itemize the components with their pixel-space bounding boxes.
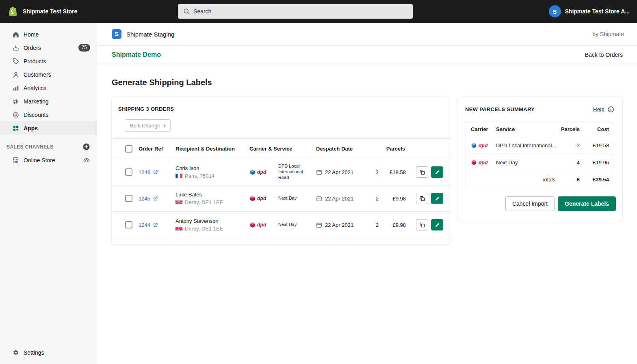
help-link[interactable]: Help <box>593 106 614 113</box>
generate-labels-button[interactable]: Generate Labels <box>558 196 616 211</box>
flag-uk-icon <box>176 226 182 231</box>
chevron-down-icon: ▾ <box>163 123 165 128</box>
column-service: Service <box>496 126 557 132</box>
destination: Derby, DE1 1EE <box>185 199 223 205</box>
back-to-orders-link[interactable]: Back to Orders <box>585 52 623 58</box>
orders-table-header: Order Ref Recipient & Destination Carrie… <box>112 138 450 159</box>
totals-label: Totals <box>496 177 557 183</box>
copy-button[interactable] <box>416 193 428 204</box>
bar-chart-icon <box>12 84 20 92</box>
sidebar-item-settings[interactable]: Settings <box>0 346 97 359</box>
parcel-cost: £9.98 <box>387 222 406 228</box>
recipient-name: Antony Stevenson <box>176 218 249 224</box>
person-icon <box>12 71 20 78</box>
summary-row: dpd Next Day 4 £19.96 <box>466 154 614 171</box>
sidebar-item-label: Customers <box>24 71 51 78</box>
add-sales-channel-button[interactable] <box>82 143 90 151</box>
account-menu[interactable]: S Shipmate Test Store A... <box>549 5 637 17</box>
copy-button[interactable] <box>416 219 428 230</box>
summary-service: Next Day <box>496 159 557 166</box>
search-icon <box>183 8 190 15</box>
order-checkbox[interactable] <box>125 168 132 176</box>
totals-parcels: 6 <box>557 177 580 183</box>
main-content: S Shipmate Staging by Shipmate Shipmate … <box>97 23 637 364</box>
orders-table: Order Ref Recipient & Destination Carrie… <box>112 138 450 238</box>
global-search[interactable] <box>178 4 413 19</box>
sales-channels-header: SALES CHANNELS <box>6 143 90 151</box>
topbar: Shipmate Test Store S Shipmate Test Stor… <box>0 0 637 23</box>
bulk-change-label: Bulk Change <box>130 123 160 129</box>
sidebar-item-orders[interactable]: Orders 75 <box>0 41 97 54</box>
summary-parcels: 4 <box>557 159 580 166</box>
column-carrier: Carrier <box>471 126 496 132</box>
help-label: Help <box>593 106 604 112</box>
sidebar-item-label: Marketing <box>24 98 48 105</box>
edit-button[interactable] <box>431 219 443 230</box>
service-name: Next Day <box>274 222 297 228</box>
despatch-date: 22 Apr 2021 <box>325 196 353 202</box>
eye-icon[interactable] <box>83 157 90 164</box>
search-input[interactable] <box>193 8 408 15</box>
dpd-wordmark: dpd <box>479 160 488 166</box>
calendar-icon <box>316 169 322 175</box>
sidebar-item-discounts[interactable]: Discounts <box>0 108 97 121</box>
divider <box>383 167 383 177</box>
flag-uk-icon <box>176 200 182 205</box>
new-parcels-summary-card: NEW PARCELS SUMMARY Help Carrier Service… <box>457 97 622 221</box>
column-carrier: Carrier & Service <box>249 146 316 152</box>
sidebar-item-label: Discounts <box>24 112 48 118</box>
order-ref-link[interactable]: 1245 <box>139 196 150 202</box>
orders-count-badge: 75 <box>78 44 90 52</box>
info-icon <box>607 106 614 113</box>
service-name: Next Day <box>274 196 297 201</box>
megaphone-icon <box>12 98 20 105</box>
calendar-icon <box>316 222 322 228</box>
despatch-date-field[interactable]: 22 Apr 2021 <box>316 196 365 202</box>
discount-icon <box>12 111 20 118</box>
service-name: DPD Local International Road <box>274 164 309 180</box>
order-ref-link[interactable]: 1244 <box>139 222 150 228</box>
app-header: S Shipmate Staging by Shipmate <box>97 23 637 46</box>
sidebar-item-customers[interactable]: Customers <box>0 68 97 81</box>
sidebar-item-home[interactable]: Home <box>0 28 97 41</box>
sidebar: Home Orders 75 Products Customers Analyt… <box>0 23 97 364</box>
shipmate-demo-link[interactable]: Shipmate Demo <box>112 51 161 58</box>
summary-table: Carrier Service Parcels Cost dpd DPD Loc… <box>466 121 614 188</box>
sidebar-item-analytics[interactable]: Analytics <box>0 81 97 95</box>
select-all-checkbox[interactable] <box>125 145 132 153</box>
sidebar-item-label: Products <box>24 58 46 65</box>
edit-button[interactable] <box>431 166 443 178</box>
order-row: 1244 Antony Stevenson Derby, DE1 1EE <box>112 211 450 238</box>
parcel-count: 2 <box>376 196 379 202</box>
parcel-cube-red-icon <box>249 196 256 202</box>
sidebar-item-label: Home <box>24 31 39 38</box>
summary-service: DPD Local International... <box>496 142 557 149</box>
store-home-link[interactable]: Shipmate Test Store <box>0 5 77 17</box>
column-order-ref: Order Ref <box>139 146 176 152</box>
column-cost: Cost <box>580 126 609 132</box>
tag-icon <box>12 58 20 65</box>
bulk-change-button[interactable]: Bulk Change ▾ <box>125 119 171 132</box>
totals-cost: £39.54 <box>580 177 609 183</box>
app-byline: by Shipmate <box>592 31 624 37</box>
order-checkbox[interactable] <box>125 195 132 202</box>
parcel-cost: £9.98 <box>387 196 406 202</box>
sidebar-item-marketing[interactable]: Marketing <box>0 95 97 108</box>
order-checkbox[interactable] <box>125 221 132 228</box>
cancel-import-button[interactable]: Cancel Import <box>505 196 555 211</box>
copy-button[interactable] <box>416 166 428 178</box>
store-name: Shipmate Test Store <box>23 8 77 15</box>
despatch-date-field[interactable]: 22 Apr 2021 <box>316 169 365 175</box>
shipping-orders-card: SHIPPING 3 ORDERS Bulk Change ▾ Order Re… <box>112 97 450 245</box>
column-recipient: Recipient & Destination <box>176 146 249 152</box>
sidebar-item-apps[interactable]: Apps <box>0 121 97 135</box>
despatch-date-field[interactable]: 22 Apr 2021 <box>316 222 365 228</box>
summary-cost: £19.96 <box>580 159 609 166</box>
summary-row: dpd DPD Local International... 2 £19.58 <box>466 137 614 154</box>
edit-button[interactable] <box>431 193 443 204</box>
divider <box>383 220 383 230</box>
sidebar-item-products[interactable]: Products <box>0 54 97 68</box>
dpd-wordmark: dpd <box>479 143 488 149</box>
sidebar-item-online-store[interactable]: Online Store <box>0 153 97 167</box>
order-ref-link[interactable]: 1246 <box>139 169 150 175</box>
